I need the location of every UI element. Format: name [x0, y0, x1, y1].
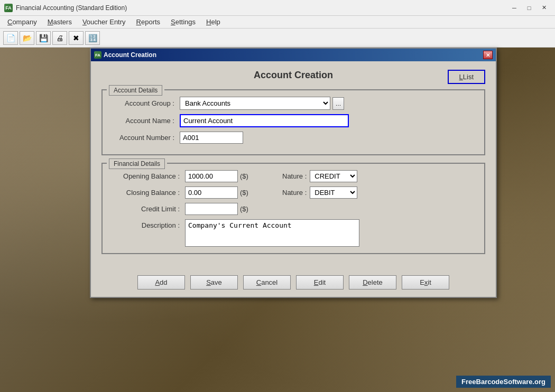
description-textarea[interactable]: Company's Current Account: [185, 219, 359, 247]
closing-balance-input[interactable]: [185, 186, 238, 199]
opening-balance-unit: ($): [240, 172, 256, 180]
financial-details-button[interactable]: Financial Details: [109, 158, 165, 169]
menu-reports[interactable]: Reports: [131, 17, 166, 27]
watermark: FreeBarcodeSoftware.org: [456, 376, 551, 388]
toolbar-delete-button[interactable]: ✖: [69, 31, 84, 45]
closing-nature-group: Nature : CREDIT DEBIT: [282, 186, 357, 199]
toolbar-calc-button[interactable]: 🔢: [85, 31, 100, 45]
close-button[interactable]: ✕: [537, 3, 551, 13]
menu-masters[interactable]: Masters: [42, 17, 77, 27]
financial-details-section: Financial Details Opening Balance : ($) …: [101, 163, 485, 254]
closing-balance-unit: ($): [240, 189, 256, 197]
menu-company[interactable]: Company: [2, 17, 42, 27]
financial-details-label: Financial Details: [107, 158, 167, 169]
opening-nature-select[interactable]: CREDIT DEBIT: [310, 170, 357, 182]
description-label: Description :: [111, 219, 185, 229]
menubar: Company Masters Voucher Entry Reports Se…: [0, 16, 555, 29]
description-row: Description : Company's Current Account: [111, 219, 476, 247]
account-group-browse-button[interactable]: …: [332, 97, 344, 110]
toolbar-open-button[interactable]: 📂: [20, 31, 34, 45]
account-group-label: Account Group :: [111, 99, 180, 107]
dialog-titlebar: FA Account Creation ✕: [91, 49, 496, 61]
dialog-title: Account Creation: [104, 51, 156, 59]
toolbar-save-button[interactable]: 💾: [36, 31, 51, 45]
opening-balance-input[interactable]: [185, 170, 238, 182]
save-button[interactable]: Save: [190, 275, 238, 290]
opening-balance-row: Opening Balance : ($) Nature : CREDIT DE…: [111, 170, 476, 182]
opening-nature-group: Nature : CREDIT DEBIT: [282, 170, 357, 182]
account-details-label: Account Details: [107, 85, 164, 96]
cancel-button[interactable]: Cancel: [243, 275, 291, 290]
account-details-section: Account Details Account Group : Bank Acc…: [101, 89, 485, 155]
menu-help[interactable]: Help: [201, 17, 226, 27]
account-group-select[interactable]: Bank Accounts: [180, 97, 330, 110]
account-name-label: Account Name :: [111, 117, 180, 125]
delete-button[interactable]: Delete: [349, 275, 396, 290]
opening-nature-label: Nature :: [282, 172, 307, 180]
dialog-icon: FA: [94, 51, 101, 59]
account-number-label: Account Number :: [111, 134, 180, 142]
menu-settings[interactable]: Settings: [165, 17, 201, 27]
dialog-footer: Add Save Cancel Edit Delete Exit: [91, 270, 496, 297]
credit-limit-row: Credit Limit : ($): [111, 203, 476, 215]
account-group-row: Account Group : Bank Accounts …: [111, 97, 476, 110]
account-number-input[interactable]: [180, 132, 243, 144]
dialog-container: FA Account Creation ✕ Account Creation L…: [90, 48, 497, 298]
add-button[interactable]: Add: [137, 275, 185, 290]
app-icon: FA: [4, 4, 13, 12]
edit-button[interactable]: Edit: [296, 275, 344, 290]
toolbar-print-button[interactable]: 🖨: [52, 31, 67, 45]
account-details-button[interactable]: Account Details: [109, 85, 162, 96]
dialog-close-button[interactable]: ✕: [483, 51, 493, 59]
menu-voucher-entry[interactable]: Voucher Entry: [77, 17, 131, 27]
credit-limit-input[interactable]: [185, 203, 238, 215]
credit-limit-label: Credit Limit :: [111, 205, 185, 213]
account-group-input-group: Bank Accounts …: [180, 97, 344, 110]
toolbar-new-button[interactable]: 📄: [3, 31, 18, 45]
account-name-row: Account Name :: [111, 114, 476, 127]
account-name-input[interactable]: [180, 114, 349, 127]
closing-nature-select[interactable]: CREDIT DEBIT: [310, 186, 357, 199]
exit-button[interactable]: Exit: [402, 275, 449, 290]
opening-balance-label: Opening Balance :: [111, 172, 185, 180]
maximize-button[interactable]: □: [522, 3, 536, 13]
minimize-button[interactable]: ─: [507, 3, 521, 13]
app-title: Financial Accounting (Standard Edition): [16, 4, 127, 12]
closing-balance-label: Closing Balance :: [111, 189, 185, 197]
account-number-row: Account Number :: [111, 132, 476, 144]
closing-balance-row: Closing Balance : ($) Nature : CREDIT DE…: [111, 186, 476, 199]
account-creation-dialog: FA Account Creation ✕ Account Creation L…: [90, 48, 497, 298]
toolbar: 📄 📂 💾 🖨 ✖ 🔢: [0, 29, 555, 48]
dialog-body: Account Creation LList Account Details A…: [91, 61, 496, 270]
closing-nature-label: Nature :: [282, 189, 307, 197]
window-controls: ─ □ ✕: [507, 3, 551, 13]
dialog-heading: Account Creation: [198, 70, 390, 81]
credit-limit-unit: ($): [240, 205, 256, 213]
list-button[interactable]: LList: [448, 70, 485, 84]
titlebar: FA Financial Accounting (Standard Editio…: [0, 0, 555, 16]
